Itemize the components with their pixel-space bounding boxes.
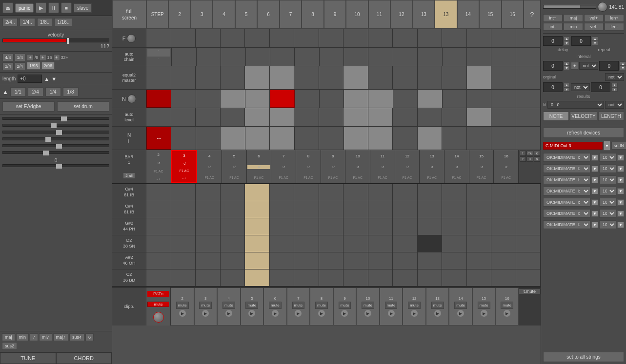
timesig-1-16[interactable]: 1/16.. [54,18,72,26]
step-btn-17[interactable]: 16 [502,0,524,29]
device-num-arrow-5[interactable]: ▼ [617,199,624,206]
drum-4-cell-6[interactable] [270,235,295,252]
drum-2-cell-16[interactable] [516,201,541,218]
e2m-cell-9[interactable] [343,66,368,89]
pat-2-mute[interactable]: mute [176,302,189,309]
device-arrow-2[interactable]: ▼ [591,166,598,172]
not-select-2[interactable]: not [571,83,590,91]
device-num-arrow-7[interactable]: ▼ [617,222,624,228]
drum-5-cell-4[interactable] [221,252,245,269]
drum-2-cell-15[interactable] [491,201,516,218]
drum-1-cell-14[interactable] [467,184,492,201]
drum-1-cell-15[interactable] [491,184,516,201]
length-tab[interactable]: LENGTH [598,112,624,121]
step-btn-12[interactable]: 12 [390,0,412,29]
pat-cell-14[interactable]: 14 mute ▶ [449,287,472,326]
drum-1-cell-16[interactable] [516,184,541,201]
pat-13-play[interactable]: ▶ [434,310,441,317]
drum-6-cell-10[interactable] [368,269,393,286]
vel-minus-btn[interactable]: vel- [584,23,604,31]
stop-button[interactable]: ■ [61,2,72,13]
drum-4-cell-8[interactable] [319,235,344,252]
e2m-cell-16[interactable] [516,66,541,89]
N-cell-15[interactable] [491,90,516,108]
al-cell-10[interactable] [368,108,393,126]
len-minus-btn[interactable]: len- [605,23,624,31]
drum-6-cell-3[interactable] [196,269,221,286]
int-minus-btn[interactable]: int- [543,23,563,31]
bar-cell-2[interactable]: 2 ư F1 AC -+ [146,150,171,183]
delay-down[interactable]: ▼ [564,41,570,45]
fader-thumb-3[interactable] [56,130,62,135]
pat-cell-7[interactable]: 7 mute ▶ [287,287,310,326]
meter-4-4[interactable]: 4/4 [2,54,14,61]
al-cell-14[interactable] [467,108,492,126]
ac-cell-1[interactable]: · · [146,48,172,66]
pat-5-mute[interactable]: mute [245,302,258,309]
ac-cell-6[interactable] [270,48,295,66]
pat-11-play[interactable]: ▶ [388,310,395,317]
step-btn-STEP[interactable]: STEP [146,0,168,29]
fader-master-track[interactable] [2,164,109,167]
patn-mute-btn[interactable]: mute [147,302,169,307]
N-cell-9[interactable] [344,90,368,108]
drum-1-cell-3[interactable] [196,184,221,201]
drum-2-cell-4[interactable] [221,201,245,218]
N-cell-11[interactable] [393,90,418,108]
F-cell-8[interactable] [319,29,344,47]
length-down-arrow[interactable]: ▼ [51,76,57,82]
c-button[interactable]: c [534,151,540,156]
NL-cell-15[interactable] [491,127,516,150]
drum-4-cell-15[interactable] [491,235,516,252]
pat-15-mute[interactable]: mute [478,302,490,309]
velocity-bar[interactable] [2,38,109,42]
device-num-7[interactable]: 10 [599,220,616,229]
interval-right-down[interactable]: ▼ [620,66,626,70]
al-cell-6[interactable] [270,108,295,126]
step-btn-14-active[interactable]: 13 [435,0,457,29]
drum-4-cell-14[interactable] [467,235,492,252]
ac-cell-11[interactable] [393,48,418,66]
pat-cell-3[interactable]: 3 mute ▶ [194,287,218,326]
step-btn-3[interactable]: 3 [191,0,213,29]
chord-sus2[interactable]: sus2 [2,342,17,350]
drum-6-cell-16[interactable] [516,269,541,286]
delay-input[interactable] [543,36,563,46]
min-btn[interactable]: min [564,23,583,31]
drum-3-cell-11[interactable] [393,218,418,235]
N-cell-8[interactable] [320,90,344,108]
fader-thumb-2[interactable] [51,123,57,128]
device-num-1[interactable]: 10 [599,153,616,162]
drum-3-cell-5[interactable] [245,218,270,235]
drum-5-cell-8[interactable] [319,252,344,269]
drum-4-cell-5[interactable] [245,235,270,252]
length-input[interactable] [18,75,42,83]
ac-cell-8[interactable] [320,48,344,66]
drum-6-cell-12[interactable] [418,269,443,286]
ac-cell-9[interactable] [344,48,368,66]
device-select-2[interactable]: OK:MIDIMATE II: [543,164,590,173]
pat-16-mute[interactable]: mute [501,302,513,309]
nav-1-8[interactable]: 1/8 [63,87,79,96]
e2m-cell-7[interactable] [294,66,319,89]
NL-cell-9[interactable] [344,127,368,150]
e2m-cell-8[interactable] [319,66,344,89]
ac-cell-4[interactable] [221,48,245,66]
device-num-arrow-1[interactable]: ▼ [617,154,624,161]
e2m-cell-3[interactable] [196,66,221,89]
drum-5-cell-16[interactable] [516,252,541,269]
device-arrow-3[interactable]: ▼ [591,177,598,183]
2all-button[interactable]: 2 all [123,172,135,179]
F-cell-14[interactable] [467,29,492,47]
chord-main-button[interactable]: CHORD [56,352,112,364]
meter-2-4b[interactable]: 2/4 [15,62,26,70]
pat-5-play[interactable]: ▶ [248,310,255,317]
drum-2-cell-10[interactable] [368,201,393,218]
drum-4-cell-7[interactable] [294,235,319,252]
device-red-input[interactable] [543,142,603,150]
drum-2-cell-7[interactable] [294,201,319,218]
pat-cell-12[interactable]: 12 mute ▶ [403,287,426,326]
int-plus-btn[interactable]: int+ [543,14,563,22]
chord-7[interactable]: 7 [30,333,38,341]
N-cell-3[interactable] [196,90,221,108]
